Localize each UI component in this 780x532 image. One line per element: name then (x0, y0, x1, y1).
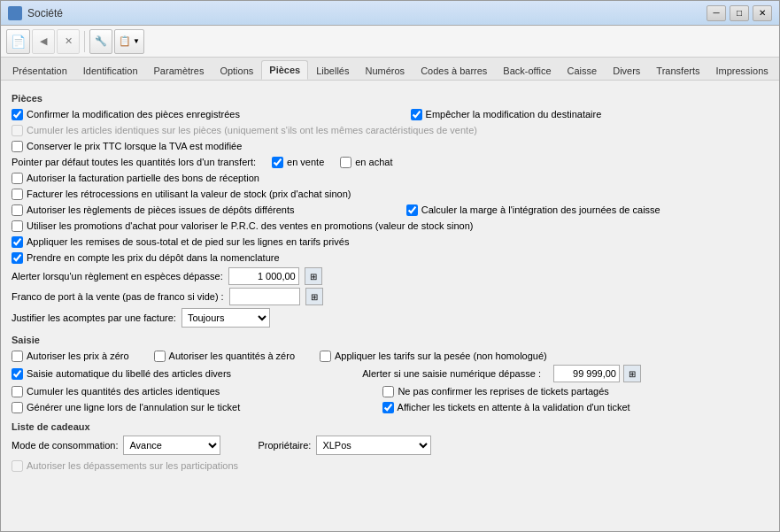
justifier-acomptes-row: Justifier les acomptes par une facture: … (12, 308, 768, 328)
conserver-prix-checkbox[interactable] (12, 141, 23, 152)
facturer-retrocessions-label: Facturer les rétrocessions en utilisant … (27, 189, 351, 199)
alerter-reglement-calc-button[interactable]: ⊞ (305, 267, 322, 285)
autoriser-reglements-checkbox[interactable] (12, 204, 23, 216)
alerter-numerique-calc-button[interactable]: ⊞ (623, 365, 641, 382)
prendre-compte-prix-checkbox[interactable] (12, 252, 23, 264)
saisie-row-4: Générer une ligne lors de l'annulation s… (12, 400, 768, 414)
minimize-button[interactable]: ─ (707, 5, 726, 21)
toolbar-new-button[interactable]: 📄 (6, 29, 30, 54)
saisie-libelle-label: Saisie automatique du libellé des articl… (27, 368, 231, 379)
saisie-libelle-checkbox[interactable] (12, 368, 23, 380)
cumuler-articles-checkbox[interactable] (12, 125, 23, 136)
close-button[interactable]: ✕ (753, 5, 772, 21)
pointer-quantites-label: Pointer par défaut toutes les quantités … (12, 157, 256, 167)
autoriser-facturation-checkbox[interactable] (12, 173, 23, 184)
en-achat-checkbox[interactable] (340, 157, 351, 168)
saisie-section-title: Saisie (12, 335, 768, 345)
proprietaire-select[interactable]: XLPos (316, 436, 431, 455)
settings-icon: 🔧 (95, 35, 107, 47)
justifier-acomptes-label: Justifier les acomptes par une facture: (12, 312, 176, 323)
calc-icon-2: ⊞ (311, 292, 318, 302)
app-icon (8, 6, 22, 20)
autoriser-prix-zero-label: Autoriser les prix à zéro (27, 351, 129, 361)
justifier-acomptes-select[interactable]: Toujours Jamais Demander (181, 308, 270, 328)
autoriser-prix-zero-checkbox[interactable] (12, 351, 23, 362)
ne-pas-confirmer-label: Ne pas confirmer les reprises de tickets… (398, 386, 608, 397)
tab-divers[interactable]: Divers (605, 61, 648, 80)
franco-port-calc-button[interactable]: ⊞ (305, 288, 323, 305)
autoriser-depassements-checkbox[interactable] (12, 460, 23, 472)
franco-port-row: Franco de port à la vente (pas de franco… (12, 288, 768, 305)
calc-icon: ⊞ (310, 272, 317, 281)
franco-port-label: Franco de port à la vente (pas de franco… (12, 291, 224, 302)
tab-transferts[interactable]: Transferts (648, 61, 707, 80)
toolbar-print-button[interactable]: 📋 ▼ (114, 29, 144, 54)
liste-cadeaux-section-title: Liste de cadeaux (12, 421, 768, 432)
empecher-dest-checkbox[interactable] (411, 109, 422, 120)
pieces-section-title: Pièces (12, 93, 768, 104)
toolbar-delete-button[interactable]: ✕ (57, 29, 80, 54)
alerter-numerique-input[interactable] (553, 365, 620, 382)
tab-options[interactable]: Options (212, 61, 261, 80)
tab-caisse[interactable]: Caisse (560, 61, 606, 80)
content-area: Pièces Confirmer la modification des piè… (1, 81, 779, 531)
check-row-7: Autoriser les règlements de pièces issue… (12, 203, 768, 217)
tab-numeros[interactable]: Numéros (358, 61, 413, 80)
tab-pieces[interactable]: Pièces (261, 60, 308, 80)
cumuler-articles-label: Cumuler les articles identiques sur les … (27, 125, 477, 135)
maximize-button[interactable]: □ (730, 5, 749, 21)
title-bar-controls: ─ □ ✕ (707, 5, 772, 21)
tab-back-office[interactable]: Back-office (495, 61, 559, 80)
tab-impressions[interactable]: Impressions (707, 61, 776, 80)
tab-libelles[interactable]: Libellés (308, 61, 357, 80)
autoriser-depassements-label: Autoriser les dépassements sur les parti… (27, 460, 238, 471)
appliquer-tarifs-pesee-label: Appliquer les tarifs sur la pesée (non h… (335, 351, 547, 361)
facturer-retrocessions-checkbox[interactable] (12, 189, 23, 200)
afficher-tickets-label: Afficher les tickets en attente à la val… (398, 402, 630, 412)
utiliser-promotions-checkbox[interactable] (12, 220, 23, 232)
mode-consommation-select[interactable]: Avance Immédiat (123, 436, 220, 455)
prendre-compte-prix-label: Prendre en compte les prix du dépôt dans… (27, 252, 280, 263)
liste-cadeaux-mode-row: Mode de consommation: Avance Immédiat Pr… (12, 436, 768, 455)
autoriser-quantites-zero-checkbox[interactable] (154, 351, 166, 362)
check-row-4: Pointer par défaut toutes les quantités … (12, 155, 768, 169)
afficher-tickets-checkbox[interactable] (382, 402, 394, 413)
autoriser-quantites-zero-label: Autoriser les quantités à zéro (169, 351, 295, 361)
toolbar-settings-button[interactable]: 🔧 (89, 29, 112, 54)
cumuler-quantites-checkbox[interactable] (12, 386, 23, 397)
saisie-row-2: Saisie automatique du libellé des articl… (12, 365, 768, 382)
check-row-3: Conserver le prix TTC lorsque la TVA est… (12, 139, 768, 153)
alerter-reglement-input[interactable] (228, 267, 299, 285)
appliquer-remises-label: Appliquer les remises de sous-total et d… (27, 236, 349, 247)
autoriser-reglements-label: Autoriser les règlements de pièces issue… (27, 204, 294, 215)
toolbar: 📄 ◀ ✕ 🔧 📋 ▼ (1, 26, 779, 58)
title-bar-left: Société (8, 6, 63, 20)
mode-consommation-label: Mode de consommation: (12, 440, 118, 451)
alerter-reglement-row: Alerter lorsqu'un règlement en espèces d… (12, 267, 768, 285)
appliquer-tarifs-pesee-checkbox[interactable] (320, 351, 331, 362)
tab-identification[interactable]: Identification (75, 61, 146, 80)
tab-codes-barres[interactable]: Codes à barres (413, 61, 495, 80)
utiliser-promotions-label: Utiliser les promotions d'achat pour val… (27, 220, 473, 231)
tab-rgpd[interactable]: RGPD (776, 61, 780, 80)
franco-port-input[interactable] (229, 288, 300, 305)
calculer-marge-label: Calculer la marge à l'intégration des jo… (421, 204, 660, 215)
ne-pas-confirmer-checkbox[interactable] (382, 386, 394, 397)
tab-presentation[interactable]: Présentation (4, 61, 75, 80)
confirm-modif-checkbox[interactable] (12, 109, 23, 120)
empecher-dest-label: Empêcher la modification du destinataire (426, 109, 602, 120)
appliquer-remises-checkbox[interactable] (12, 236, 23, 248)
window-title: Société (27, 7, 63, 19)
toolbar-separator (84, 31, 85, 52)
en-vente-checkbox[interactable] (272, 157, 283, 168)
generer-ligne-checkbox[interactable] (12, 402, 23, 413)
print-dropdown-icon: ▼ (133, 37, 140, 45)
cumuler-quantites-label: Cumuler les quantités des articles ident… (27, 386, 220, 397)
nav-tabs: Présentation Identification Paramètres O… (1, 58, 779, 81)
calculer-marge-checkbox[interactable] (406, 204, 418, 216)
tab-parametres[interactable]: Paramètres (146, 61, 212, 80)
autoriser-facturation-label: Autoriser la facturation partielle des b… (27, 173, 259, 183)
toolbar-back-button[interactable]: ◀ (32, 29, 55, 54)
autoriser-depassements-row: Autoriser les dépassements sur les parti… (12, 459, 768, 473)
back-icon: ◀ (40, 35, 47, 47)
